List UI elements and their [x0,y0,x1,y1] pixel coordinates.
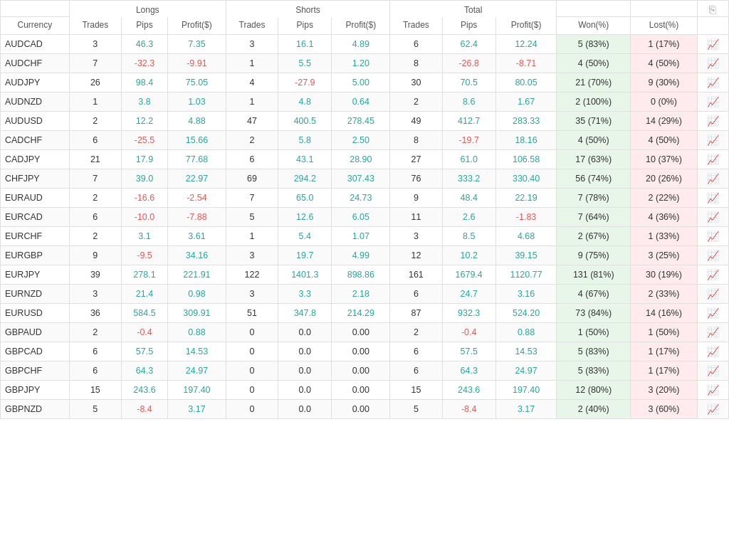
cell-total-trades: 8 [390,54,442,73]
cell-chart[interactable]: 📈 [697,304,728,323]
chart-icon[interactable]: 📈 [707,269,719,280]
cell-chart[interactable]: 📈 [697,246,728,265]
cell-longs-pips: 46.3 [121,35,167,54]
cell-longs-trades: 21 [69,150,121,169]
cell-longs-trades: 7 [69,169,121,189]
chart-icon[interactable]: 📈 [707,403,719,415]
cell-longs-profit: 14.53 [168,342,226,361]
col-total-profit: Profit($) [495,17,556,35]
chart-icon[interactable]: 📈 [707,192,719,204]
cell-total-profit: 22.19 [495,189,556,208]
cell-chart[interactable]: 📈 [697,112,728,131]
cell-longs-profit: 309.91 [168,304,226,323]
chart-icon[interactable]: 📈 [707,154,719,165]
chart-icon[interactable]: 📈 [707,115,719,127]
cell-total-trades: 9 [390,189,442,208]
cell-chart[interactable]: 📈 [697,189,728,208]
copy-icon[interactable]: ⎘ [709,4,716,16]
cell-lost: 1 (50%) [631,323,698,342]
cell-chart[interactable]: 📈 [697,381,728,400]
cell-shorts-profit: 214.29 [332,304,390,323]
cell-chart[interactable]: 📈 [697,400,728,419]
cell-shorts-profit: 278.45 [332,112,390,131]
cell-longs-pips: -10.0 [121,208,167,227]
cell-chart[interactable]: 📈 [697,265,728,285]
cell-lost: 9 (30%) [631,73,698,93]
cell-total-pips: 24.7 [442,285,495,304]
cell-currency: EURNZD [1,285,70,304]
chart-icon[interactable]: 📈 [707,307,719,319]
cell-shorts-trades: 0 [226,381,278,400]
cell-currency: EURCHF [1,227,70,246]
cell-chart[interactable]: 📈 [697,73,728,93]
table-row: EURUSD 36 584.5 309.91 51 347.8 214.29 8… [1,304,729,323]
chart-icon[interactable]: 📈 [707,250,719,261]
cell-chart[interactable]: 📈 [697,285,728,304]
chart-icon[interactable]: 📈 [707,211,719,223]
table-row: GBPJPY 15 243.6 197.40 0 0.0 0.00 15 243… [1,381,729,400]
chart-icon[interactable]: 📈 [707,38,719,50]
cell-longs-pips: 64.3 [121,361,167,381]
cell-chart[interactable]: 📈 [697,54,728,73]
cell-total-pips: -8.4 [442,400,495,419]
cell-currency: AUDCAD [1,35,70,54]
chart-icon[interactable]: 📈 [707,173,719,184]
cell-chart[interactable]: 📈 [697,150,728,169]
cell-shorts-pips: 400.5 [278,112,332,131]
cell-total-profit: 283.33 [495,112,556,131]
cell-total-pips: 70.5 [442,73,495,93]
cell-longs-profit: 34.16 [168,246,226,265]
chart-icon[interactable]: 📈 [707,96,719,107]
main-table-container: Longs Shorts Total ⎘ Currency Trades Pip… [0,0,729,419]
cell-chart[interactable]: 📈 [697,169,728,189]
table-row: EURAUD 2 -16.6 -2.54 7 65.0 24.73 9 48.4… [1,189,729,208]
cell-shorts-trades: 1 [226,227,278,246]
cell-chart[interactable]: 📈 [697,227,728,246]
cell-shorts-pips: 0.0 [278,361,332,381]
cell-shorts-pips: 4.8 [278,93,332,112]
cell-chart[interactable]: 📈 [697,323,728,342]
cell-chart[interactable]: 📈 [697,93,728,112]
cell-chart[interactable]: 📈 [697,208,728,227]
chart-icon[interactable]: 📈 [707,134,719,146]
cell-total-trades: 8 [390,131,442,150]
cell-lost: 0 (0%) [631,93,698,112]
cell-won: 5 (83%) [557,342,631,361]
cell-chart[interactable]: 📈 [697,131,728,150]
cell-won: 1 (50%) [557,323,631,342]
cell-shorts-profit: 6.05 [332,208,390,227]
cell-won: 17 (63%) [557,150,631,169]
cell-shorts-trades: 2 [226,131,278,150]
chart-icon[interactable]: 📈 [707,346,719,357]
chart-icon[interactable]: 📈 [707,365,719,376]
chart-icon[interactable]: 📈 [707,58,719,69]
cell-total-pips: 62.4 [442,35,495,54]
cell-shorts-pips: 0.0 [278,381,332,400]
cell-currency: EURUSD [1,304,70,323]
cell-chart[interactable]: 📈 [697,342,728,361]
cell-chart[interactable]: 📈 [697,361,728,381]
chart-icon[interactable]: 📈 [707,384,719,396]
cell-longs-trades: 1 [69,93,121,112]
table-row: GBPAUD 2 -0.4 0.88 0 0.0 0.00 2 -0.4 0.8… [1,323,729,342]
cell-chart[interactable]: 📈 [697,35,728,54]
cell-longs-profit: 197.40 [168,381,226,400]
cell-currency: CHFJPY [1,169,70,189]
header-shorts-group: Shorts [226,1,389,17]
table-row: CADCHF 6 -25.5 15.66 2 5.8 2.50 8 -19.7 … [1,131,729,150]
table-row: AUDUSD 2 12.2 4.88 47 400.5 278.45 49 41… [1,112,729,131]
table-body: AUDCAD 3 46.3 7.35 3 16.1 4.89 6 62.4 12… [1,35,729,419]
cell-total-trades: 5 [390,400,442,419]
table-row: EURJPY 39 278.1 221.91 122 1401.3 898.86… [1,265,729,285]
cell-currency: EURCAD [1,208,70,227]
chart-icon[interactable]: 📈 [707,288,719,300]
table-row: AUDNZD 1 3.8 1.03 1 4.8 0.64 2 8.6 1.67 … [1,93,729,112]
cell-total-profit: 0.88 [495,323,556,342]
chart-icon[interactable]: 📈 [707,77,719,88]
cell-lost: 3 (60%) [631,400,698,419]
cell-longs-pips: -25.5 [121,131,167,150]
chart-icon[interactable]: 📈 [707,231,719,242]
cell-total-pips: 412.7 [442,112,495,131]
cell-shorts-trades: 1 [226,54,278,73]
chart-icon[interactable]: 📈 [707,327,719,338]
